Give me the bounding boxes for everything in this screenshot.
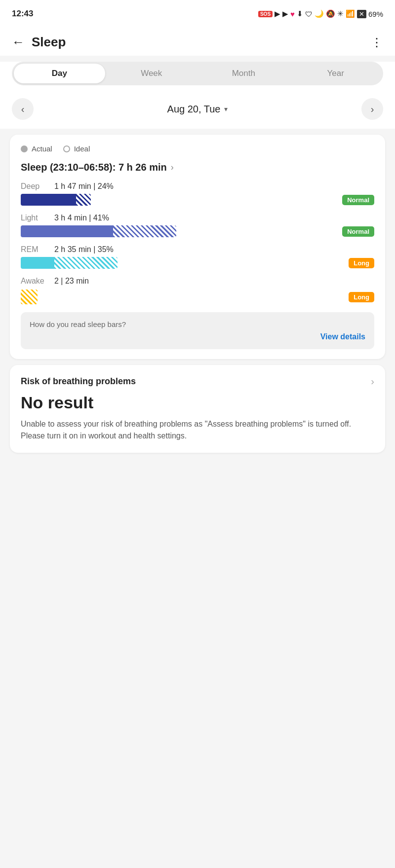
- main-content: Actual Ideal Sleep (23:10–06:58): 7 h 26…: [0, 135, 395, 469]
- awake-bar-row: Long: [21, 289, 374, 304]
- sos-icon: SOS: [258, 11, 273, 17]
- rem-bar: [21, 257, 118, 269]
- date-nav: ‹ Aug 20, Tue ▾ ›: [0, 95, 395, 129]
- wifi-icon: 📶: [346, 9, 355, 18]
- light-label: Light: [21, 214, 50, 222]
- view-details-link[interactable]: View details: [30, 332, 365, 341]
- light-status-badge: Normal: [342, 226, 374, 237]
- legend-actual: Actual: [21, 145, 52, 153]
- rem-sleep-phase: REM 2 h 35 min | 35% Long: [21, 245, 374, 269]
- light-hatched-bar: [112, 225, 176, 237]
- legend-ideal: Ideal: [63, 145, 90, 153]
- sleep-card: Actual Ideal Sleep (23:10–06:58): 7 h 26…: [10, 135, 385, 359]
- risk-title-row[interactable]: Risk of breathing problems ›: [21, 376, 374, 387]
- awake-bar: [21, 289, 38, 304]
- youtube-icon: ▶: [275, 9, 280, 18]
- deep-solid-bar: [21, 194, 75, 206]
- date-label[interactable]: Aug 20, Tue ▾: [167, 104, 228, 115]
- light-solid-bar: [21, 225, 112, 237]
- info-question: How do you read sleep bars?: [30, 320, 365, 328]
- deep-bar: [21, 194, 91, 206]
- risk-chevron: ›: [371, 376, 374, 387]
- rem-value: 2 h 35 min | 35%: [54, 245, 114, 254]
- chevron-right-icon: ›: [371, 104, 374, 115]
- shield-icon: 🛡: [305, 10, 313, 18]
- awake-label: Awake: [21, 277, 50, 286]
- rem-status-badge: Long: [349, 258, 374, 268]
- top-bar: ← Sleep ⋮: [0, 26, 395, 56]
- rem-label: REM: [21, 245, 50, 254]
- deep-bar-row: Normal: [21, 194, 374, 206]
- light-bar-row: Normal: [21, 225, 374, 237]
- risk-description: Unable to assess your risk of breathing …: [21, 418, 374, 442]
- dropdown-icon: ▾: [224, 105, 228, 113]
- deep-status-badge: Normal: [342, 195, 374, 205]
- sleep-title-row[interactable]: Sleep (23:10–06:58): 7 h 26 min ›: [21, 162, 374, 173]
- next-date-button[interactable]: ›: [361, 98, 383, 120]
- battery-indicator: 69%: [368, 10, 383, 18]
- more-button[interactable]: ⋮: [371, 36, 383, 49]
- date-text: Aug 20, Tue: [167, 104, 221, 115]
- close-icon: ✕: [357, 10, 366, 18]
- rem-solid-bar: [21, 257, 53, 269]
- moon-icon: 🌙: [315, 9, 324, 18]
- youtube2-icon: ▶: [282, 9, 288, 18]
- prev-date-button[interactable]: ‹: [12, 98, 34, 120]
- sleep-duration-title: Sleep (23:10–06:58): 7 h 26 min: [21, 162, 167, 173]
- rem-hatched-bar: [53, 257, 118, 269]
- legend: Actual Ideal: [21, 145, 374, 153]
- light-value: 3 h 4 min | 41%: [54, 214, 109, 222]
- actual-dot: [21, 145, 28, 152]
- sleep-detail-chevron: ›: [171, 162, 174, 173]
- deep-sleep-phase: Deep 1 h 47 min | 24% Normal: [21, 182, 374, 206]
- light-bar: [21, 225, 176, 237]
- deep-value: 1 h 47 min | 24%: [54, 182, 114, 191]
- status-bar: 12:43 SOS ▶ ▶ ♥ ⬇ 🛡 🌙 🔕 ✳ 📶 ✕ 69%: [0, 0, 395, 26]
- back-button[interactable]: ←: [12, 35, 25, 50]
- deep-hatched-bar: [75, 194, 91, 206]
- tab-day[interactable]: Day: [14, 64, 105, 83]
- tab-year[interactable]: Year: [290, 64, 382, 83]
- mute-icon: 🔕: [326, 9, 335, 18]
- ideal-dot: [63, 145, 70, 152]
- rem-bar-row: Long: [21, 257, 374, 269]
- status-icons: SOS ▶ ▶ ♥ ⬇ 🛡 🌙 🔕 ✳ 📶 ✕ 69%: [258, 9, 383, 18]
- bluetooth-icon: ✳: [337, 9, 344, 18]
- awake-value: 2 | 23 min: [54, 277, 89, 286]
- awake-phase: Awake 2 | 23 min Long: [21, 277, 374, 304]
- no-result-title: No result: [21, 393, 374, 412]
- status-time: 12:43: [12, 9, 33, 19]
- legend-ideal-label: Ideal: [74, 145, 90, 153]
- tab-month[interactable]: Month: [198, 64, 289, 83]
- sleep-info-box: How do you read sleep bars? View details: [21, 312, 374, 349]
- light-sleep-phase: Light 3 h 4 min | 41% Normal: [21, 214, 374, 237]
- chevron-left-icon: ‹: [21, 104, 25, 115]
- heart-icon: ♥: [290, 10, 295, 18]
- awake-status-badge: Long: [349, 292, 374, 302]
- risk-title: Risk of breathing problems: [21, 376, 136, 387]
- deep-label: Deep: [21, 182, 50, 191]
- page-title: Sleep: [32, 35, 66, 50]
- legend-actual-label: Actual: [32, 145, 52, 153]
- tab-bar: Day Week Month Year: [12, 62, 383, 85]
- download-icon: ⬇: [297, 9, 303, 18]
- risk-card: Risk of breathing problems › No result U…: [10, 365, 385, 453]
- tab-week[interactable]: Week: [106, 64, 198, 83]
